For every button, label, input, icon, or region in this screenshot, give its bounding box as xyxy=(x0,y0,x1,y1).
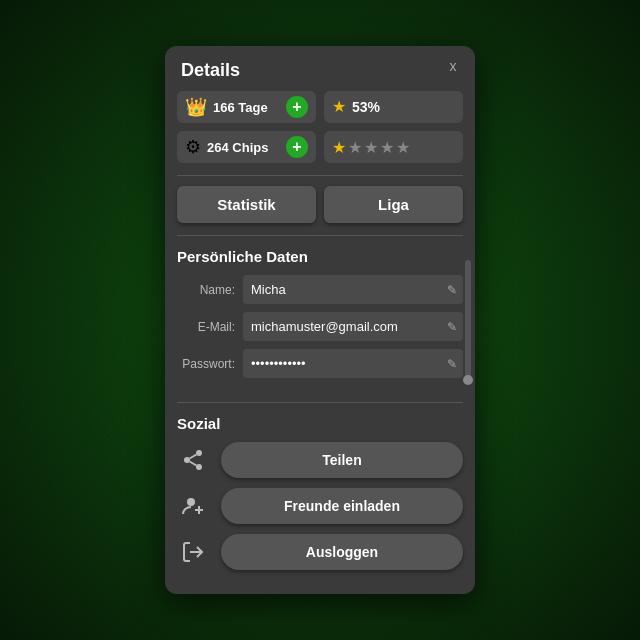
close-button[interactable]: x xyxy=(443,56,463,76)
share-button[interactable]: Teilen xyxy=(221,442,463,478)
stars-container: ★ ★ ★ ★ ★ xyxy=(332,138,410,157)
logout-button[interactable]: Ausloggen xyxy=(221,534,463,570)
social-area: Teilen Freunde einladen Aus xyxy=(165,442,475,594)
add-chips-button[interactable]: + xyxy=(286,136,308,158)
days-stat: 👑 166 Tage + xyxy=(177,91,316,123)
name-input-wrap: ✎ xyxy=(243,275,463,304)
personal-section-title: Persönliche Daten xyxy=(165,248,475,275)
star-4: ★ xyxy=(380,138,394,157)
star-1: ★ xyxy=(332,138,346,157)
chips-value: 264 Chips xyxy=(207,140,280,155)
crown-icon: 👑 xyxy=(185,98,207,116)
action-buttons: Statistik Liga xyxy=(165,186,475,235)
name-edit-icon[interactable]: ✎ xyxy=(447,283,457,297)
star-icon-filled: ★ xyxy=(332,99,346,115)
password-label: Passwort: xyxy=(177,357,235,371)
name-input[interactable] xyxy=(243,275,463,304)
add-friend-icon xyxy=(177,490,209,522)
statistik-button[interactable]: Statistik xyxy=(177,186,316,223)
stats-row-1: 👑 166 Tage + ★ 53% xyxy=(165,91,475,131)
svg-point-5 xyxy=(187,498,195,506)
invite-row: Freunde einladen xyxy=(177,488,463,524)
percent-value: 53% xyxy=(352,99,455,115)
panel-header: Details x xyxy=(165,46,475,91)
invite-button[interactable]: Freunde einladen xyxy=(221,488,463,524)
email-input-wrap: ✎ xyxy=(243,312,463,341)
email-input[interactable] xyxy=(243,312,463,341)
add-days-button[interactable]: + xyxy=(286,96,308,118)
divider-3 xyxy=(177,402,463,403)
logout-row: Ausloggen xyxy=(177,534,463,570)
divider-2 xyxy=(177,235,463,236)
details-panel: Details x 👑 166 Tage + ★ 53% ⚙ 264 Chips… xyxy=(165,46,475,594)
svg-point-1 xyxy=(184,457,190,463)
email-label: E-Mail: xyxy=(177,320,235,334)
email-edit-icon[interactable]: ✎ xyxy=(447,320,457,334)
share-icon xyxy=(177,444,209,476)
logout-icon xyxy=(177,536,209,568)
panel-title: Details xyxy=(181,60,240,80)
chips-stat: ⚙ 264 Chips + xyxy=(177,131,316,163)
password-input-wrap: ✎ xyxy=(243,349,463,378)
password-input[interactable] xyxy=(243,349,463,378)
name-row: Name: ✎ xyxy=(177,275,463,304)
svg-point-2 xyxy=(196,464,202,470)
email-row: E-Mail: ✎ xyxy=(177,312,463,341)
password-row: Passwort: ✎ xyxy=(177,349,463,378)
star-2: ★ xyxy=(348,138,362,157)
star-5: ★ xyxy=(396,138,410,157)
stats-row-2: ⚙ 264 Chips + ★ ★ ★ ★ ★ xyxy=(165,131,475,171)
personal-form: Name: ✎ E-Mail: ✎ Passwort: ✎ xyxy=(165,275,475,398)
svg-point-0 xyxy=(196,450,202,456)
percent-stat: ★ 53% xyxy=(324,91,463,123)
svg-line-4 xyxy=(190,455,197,459)
days-value: 166 Tage xyxy=(213,100,280,115)
social-section-title: Sozial xyxy=(165,415,475,442)
name-label: Name: xyxy=(177,283,235,297)
password-edit-icon[interactable]: ✎ xyxy=(447,357,457,371)
share-row: Teilen xyxy=(177,442,463,478)
gear-icon: ⚙ xyxy=(185,138,201,156)
divider-1 xyxy=(177,175,463,176)
liga-button[interactable]: Liga xyxy=(324,186,463,223)
scroll-thumb xyxy=(463,375,473,385)
svg-line-3 xyxy=(190,462,197,466)
scrollbar[interactable] xyxy=(465,260,471,380)
stars-stat: ★ ★ ★ ★ ★ xyxy=(324,131,463,163)
star-3: ★ xyxy=(364,138,378,157)
